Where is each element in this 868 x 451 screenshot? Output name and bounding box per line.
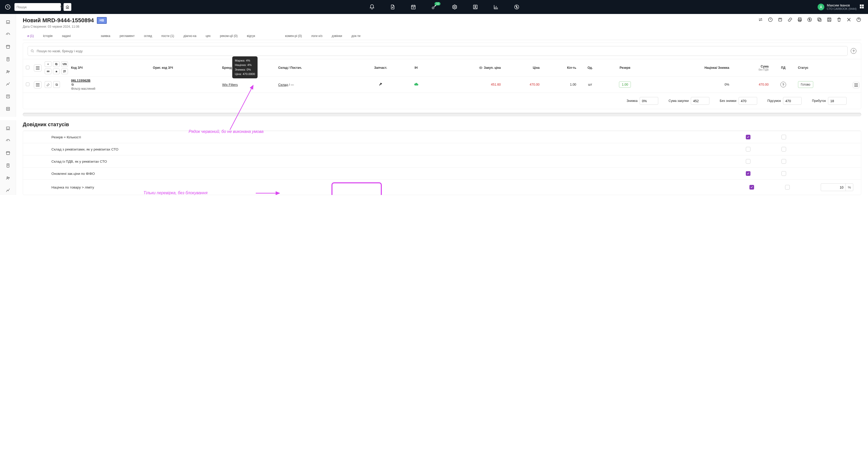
rail-card-icon[interactable] [0, 94, 16, 99]
copy-tiny-icon[interactable] [53, 61, 60, 67]
calendar-check-icon[interactable] [410, 4, 416, 10]
help-icon[interactable] [856, 17, 861, 22]
row-checkbox[interactable] [26, 83, 29, 86]
buy-input[interactable] [691, 97, 709, 105]
rail-doc-icon[interactable] [0, 56, 16, 62]
reserve-value[interactable]: 1.00 [619, 81, 631, 88]
rail-sliders-icon[interactable] [0, 106, 16, 112]
apps-grid-icon[interactable] [859, 4, 864, 10]
tab-calls[interactable]: дзвінки [327, 32, 347, 40]
money-icon[interactable] [807, 17, 812, 22]
tab-tasks[interactable]: задачі [57, 32, 75, 40]
qty[interactable]: 1.00 [541, 77, 578, 93]
rail-gauge-icon[interactable] [0, 32, 16, 37]
tab-reglament[interactable]: регламент [115, 32, 139, 40]
tab-logs[interactable]: логи н/з [306, 32, 327, 40]
tab-review[interactable]: огляд [139, 32, 157, 40]
chart-icon[interactable] [493, 4, 499, 10]
bank-button[interactable] [64, 3, 71, 11]
star-icon[interactable]: ★ [53, 68, 60, 74]
sell-price[interactable]: 470.00 [530, 83, 539, 86]
cloud-icon[interactable] [414, 84, 418, 87]
row-edit-icon[interactable] [45, 81, 52, 88]
close-icon[interactable] [846, 17, 851, 22]
tab-parts[interactable]: и (1) [23, 32, 38, 40]
tab-diag[interactable]: діагно-ка [179, 32, 201, 40]
part-copy-icon[interactable] [71, 83, 150, 87]
user-area[interactable]: Максим Іванов СТО CARBOOK (9444) [817, 4, 864, 10]
check-primary[interactable] [746, 159, 750, 164]
alert-icon[interactable] [768, 17, 773, 22]
global-search-input[interactable] [17, 5, 60, 9]
rail-stats-icon[interactable] [0, 81, 16, 87]
currency-icon[interactable] [514, 4, 520, 10]
tab-history[interactable]: історія [38, 32, 57, 40]
logo-icon[interactable] [4, 3, 12, 11]
check-secondary[interactable] [781, 159, 786, 164]
copy-icon[interactable] [817, 17, 822, 22]
rail-people-icon[interactable] [0, 69, 16, 75]
rail-people-icon[interactable] [0, 175, 16, 181]
check-primary[interactable] [746, 135, 750, 139]
tab-feedback[interactable]: відгук [242, 32, 260, 40]
parts-search[interactable] [28, 46, 847, 56]
qr-icon[interactable] [61, 68, 68, 74]
row-copy-icon[interactable] [53, 81, 60, 88]
row-status[interactable]: Готово [798, 81, 813, 88]
check-secondary[interactable] [781, 147, 786, 151]
tab-shop[interactable]: цех [201, 32, 215, 40]
key-icon[interactable]: 10 [431, 4, 437, 10]
rail-box-icon[interactable] [0, 44, 16, 50]
check-secondary[interactable] [781, 135, 786, 139]
link-icon[interactable] [787, 17, 793, 22]
save-icon[interactable] [827, 17, 832, 22]
tab-request[interactable]: заявка [96, 32, 115, 40]
vin-icon[interactable]: VIN [61, 61, 68, 67]
check-secondary[interactable] [785, 185, 790, 190]
row-more-icon[interactable] [853, 82, 860, 88]
tab-recs[interactable]: реком-ції (0) [215, 32, 242, 40]
parts-help-icon[interactable]: ? [851, 48, 857, 54]
tab-posts[interactable]: пости (1) [157, 32, 179, 40]
contact-icon[interactable] [472, 4, 478, 10]
wh-link[interactable]: Склад [278, 83, 288, 87]
barcode-icon[interactable] [45, 68, 52, 74]
global-search[interactable] [14, 3, 61, 11]
trash-icon[interactable] [836, 17, 842, 22]
nosale-input[interactable] [739, 97, 757, 105]
markup[interactable]: 0% [647, 77, 731, 93]
add-document-icon[interactable] [390, 4, 396, 10]
rail-doc-icon[interactable] [0, 163, 16, 168]
box-icon[interactable] [778, 17, 783, 22]
rail-laptop-icon[interactable] [0, 125, 16, 131]
order-status-tag[interactable]: НВ [97, 17, 106, 24]
check-secondary[interactable] [781, 171, 786, 176]
check-primary[interactable] [746, 147, 750, 151]
tab-comments[interactable]: комен-рі (0) [280, 32, 306, 40]
wrench-icon[interactable] [379, 83, 382, 87]
transfer-icon[interactable] [758, 17, 763, 22]
checkbox-all[interactable] [26, 66, 29, 69]
buy-price[interactable]: 451.60 [428, 77, 502, 93]
check-primary[interactable] [746, 171, 750, 176]
part-code[interactable]: 06L115562B [71, 79, 150, 83]
rail-stats-icon[interactable] [0, 188, 16, 193]
eye-icon[interactable] [479, 66, 483, 69]
add-icon[interactable]: ＋ [45, 61, 52, 67]
discount-input[interactable] [640, 97, 658, 105]
rail-laptop-icon[interactable] [0, 19, 16, 25]
rail-box-icon[interactable] [0, 150, 16, 156]
menu-icon[interactable] [34, 64, 41, 72]
profit-input[interactable] [828, 97, 846, 105]
rail-gauge-icon[interactable] [0, 138, 16, 143]
bell-icon[interactable] [369, 4, 375, 10]
check-primary[interactable] [749, 185, 754, 190]
total-input[interactable] [783, 97, 802, 105]
print-icon[interactable] [797, 17, 802, 22]
parts-search-input[interactable] [37, 49, 845, 53]
row-menu-icon[interactable] [34, 81, 41, 88]
gear-icon[interactable] [452, 4, 458, 10]
percent-input[interactable] [821, 186, 845, 189]
tab-docs[interactable]: док-ти [347, 32, 365, 40]
pd-help-icon[interactable]: ? [780, 82, 786, 87]
